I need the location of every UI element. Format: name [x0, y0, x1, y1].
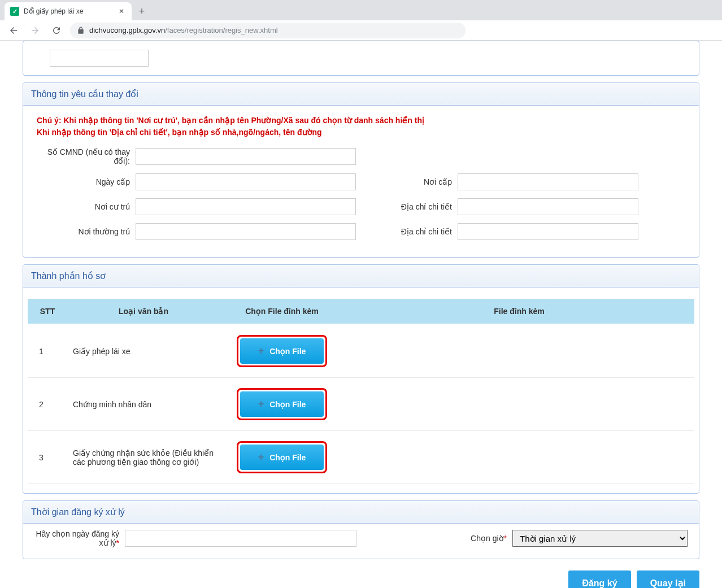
row-attached-file	[344, 324, 694, 378]
cmnd-label: Số CMND (nếu có thay đổi):	[37, 147, 130, 165]
ngay-cap-label: Ngày cấp	[37, 177, 130, 186]
choose-file-label: Chọn File	[269, 453, 306, 462]
warning-text: Chú ý: Khi nhập thông tin 'Nơi cư trú', …	[37, 115, 685, 138]
url-domain: dichvucong.gplx.gov.vn	[89, 26, 165, 34]
browser-tab[interactable]: ✓ Đổi giấy phép lái xe ✕	[5, 2, 132, 20]
browser-toolbar: dichvucong.gplx.gov.vn/faces/registratio…	[0, 20, 722, 41]
noi-cap-label: Nơi cấp	[379, 177, 452, 186]
row-file-select: + Chọn File	[220, 378, 344, 431]
table-row: 3 Giấy chứng nhận sức khỏe (Điều khiển c…	[28, 431, 694, 484]
noi-cu-tru-input[interactable]	[136, 198, 356, 215]
footer-actions: Đăng ký Quay lại	[23, 566, 699, 588]
row-attached-file	[344, 378, 694, 431]
plus-icon: +	[258, 345, 264, 357]
row-stt: 1	[28, 324, 67, 378]
back-button[interactable]: Quay lại	[637, 570, 699, 588]
col-stt: STT	[28, 299, 67, 324]
choose-file-label: Chọn File	[269, 400, 306, 409]
top-panel-remnant	[23, 41, 699, 76]
ngay-cap-input[interactable]	[136, 173, 356, 190]
highlight-box: + Chọn File	[237, 335, 328, 367]
submit-button[interactable]: Đăng ký	[568, 570, 630, 588]
row-attached-file	[344, 431, 694, 484]
plus-icon: +	[258, 451, 264, 463]
row-doc-name: Giấy chứng nhận sức khỏe (Điều khiển các…	[67, 431, 220, 484]
panel-title: Thành phần hồ sơ	[23, 265, 699, 288]
empty-box	[50, 50, 149, 67]
back-button[interactable]	[6, 23, 21, 38]
arrow-right-icon	[30, 25, 40, 36]
row-doc-name: Chứng minh nhân dân	[67, 378, 220, 431]
highlight-box: + Chọn File	[237, 441, 328, 473]
reload-button[interactable]	[49, 23, 64, 38]
dia-chi-1-input[interactable]	[458, 198, 638, 215]
date-label: Hãy chọn ngày đăng ký xử lý*	[34, 529, 119, 547]
noi-cap-input[interactable]	[458, 173, 638, 190]
panel-title: Thông tin yêu cầu thay đổi	[23, 83, 699, 106]
documents-table: STT Loại văn bản Chọn File đính kèm File…	[28, 299, 694, 484]
choose-file-button[interactable]: + Chọn File	[240, 338, 324, 364]
date-input[interactable]	[125, 530, 356, 547]
row-doc-name: Giấy phép lái xe	[67, 324, 220, 378]
arrow-left-icon	[8, 25, 19, 36]
reload-icon	[51, 25, 62, 36]
time-select[interactable]: Thời gian xử lý	[512, 530, 688, 547]
row-stt: 2	[28, 378, 67, 431]
forward-button[interactable]	[27, 23, 43, 38]
row-file-select: + Chọn File	[220, 431, 344, 484]
dia-chi-2-input[interactable]	[458, 223, 638, 240]
highlight-box: + Chọn File	[237, 388, 328, 420]
plus-icon: +	[258, 398, 264, 410]
time-label: Chọn giờ*	[471, 534, 507, 543]
choose-file-button[interactable]: + Chọn File	[240, 445, 324, 470]
new-tab-button[interactable]: +	[134, 3, 150, 19]
address-bar[interactable]: dichvucong.gplx.gov.vn/faces/registratio…	[70, 23, 466, 38]
url-path: /faces/registration/regis_new.xhtml	[165, 26, 277, 34]
panel-title: Thời gian đăng ký xử lý	[23, 501, 699, 524]
noi-thuong-tru-input[interactable]	[136, 223, 356, 240]
row-file-select: + Chọn File	[220, 324, 344, 378]
row-stt: 3	[28, 431, 67, 484]
browser-tabs-bar: ✓ Đổi giấy phép lái xe ✕ +	[0, 0, 722, 20]
warning-line1: Chú ý: Khi nhập thông tin 'Nơi cư trú', …	[37, 115, 685, 127]
close-icon[interactable]: ✕	[117, 7, 126, 16]
dia-chi-1-label: Địa chỉ chi tiết	[379, 202, 452, 211]
table-row: 2 Chứng minh nhân dân + Chọn File	[28, 378, 694, 431]
choose-file-label: Chọn File	[269, 347, 306, 356]
change-info-panel: Thông tin yêu cầu thay đổi Chú ý: Khi nh…	[23, 82, 699, 258]
table-row: 1 Giấy phép lái xe + Chọn File	[28, 324, 694, 378]
warning-line2: Khi nhập thông tin 'Địa chỉ chi tiết', b…	[37, 127, 685, 138]
documents-panel: Thành phần hồ sơ STT Loại văn bản Chọn F…	[23, 264, 699, 494]
col-file: File đính kèm	[344, 299, 694, 324]
lock-icon	[77, 27, 85, 34]
tab-title: Đổi giấy phép lái xe	[24, 7, 112, 15]
col-loai: Loại văn bản	[67, 299, 220, 324]
noi-cu-tru-label: Nơi cư trú	[37, 202, 130, 211]
noi-thuong-tru-label: Nơi thường trú	[37, 227, 130, 236]
tab-favicon-icon: ✓	[10, 7, 19, 16]
col-chon: Chọn File đính kèm	[220, 299, 344, 324]
dia-chi-2-label: Địa chỉ chi tiết	[379, 227, 452, 236]
cmnd-input[interactable]	[136, 148, 356, 165]
choose-file-button[interactable]: + Chọn File	[240, 391, 324, 417]
processing-time-panel: Thời gian đăng ký xử lý Hãy chọn ngày đă…	[23, 500, 699, 559]
